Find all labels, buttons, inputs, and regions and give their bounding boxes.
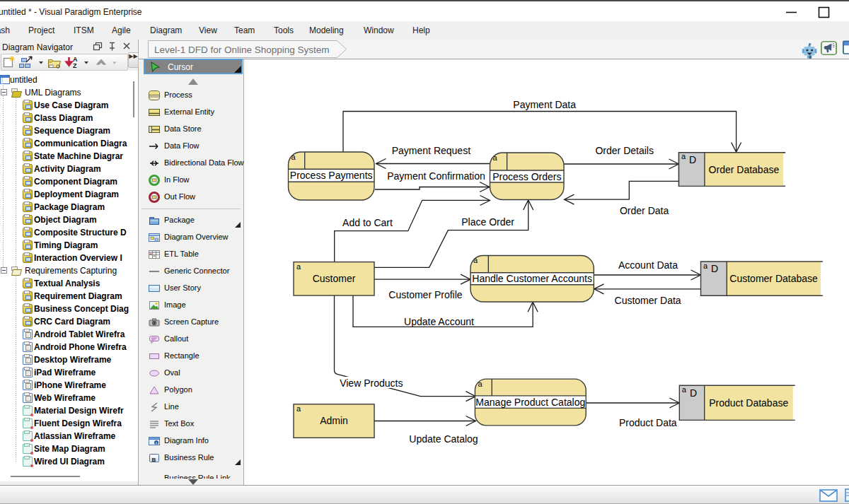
svg-text:Account Data: Account Data	[618, 259, 678, 271]
svg-text:Manage Product Catalog: Manage Product Catalog	[475, 397, 585, 408]
svg-text:a: a	[296, 404, 301, 413]
svg-text:a: a	[291, 153, 296, 161]
svg-text:Order Details: Order Details	[595, 145, 653, 156]
svg-text:Customer Profile: Customer Profile	[388, 289, 462, 300]
svg-text:Customer: Customer	[313, 273, 356, 284]
svg-text:a: a	[493, 153, 498, 162]
svg-text:a: a	[703, 262, 708, 270]
svg-text:Payment Request: Payment Request	[392, 145, 470, 156]
svg-text:D: D	[690, 387, 697, 399]
svg-text:Order Database: Order Database	[709, 164, 780, 175]
svg-text:View Products: View Products	[340, 377, 403, 389]
svg-text:a: a	[473, 256, 478, 264]
svg-text:Payment Data: Payment Data	[513, 99, 576, 110]
svg-text:Process Orders: Process Orders	[492, 171, 561, 182]
svg-text:Process Payments: Process Payments	[290, 170, 373, 181]
svg-text:a: a	[478, 380, 483, 388]
svg-text:Z: Z	[73, 62, 77, 69]
svg-text:Product Database: Product Database	[709, 397, 788, 409]
svg-text:Customer Data: Customer Data	[615, 295, 681, 306]
svg-text:Level-1 DFD for Online Shoppin: Level-1 DFD for Online Shopping System	[154, 45, 330, 55]
svg-text:D: D	[711, 263, 718, 274]
svg-text:Update Account: Update Account	[404, 316, 474, 327]
svg-text:Handle Customer Accounts: Handle Customer Accounts	[472, 273, 592, 284]
svg-text:Place Order: Place Order	[461, 216, 514, 228]
svg-text:a: a	[681, 152, 686, 160]
svg-text:a: a	[682, 385, 687, 394]
svg-text:B: B	[152, 457, 156, 463]
svg-text:D: D	[689, 154, 696, 165]
svg-text:Order Data: Order Data	[620, 205, 669, 216]
svg-text:Admin: Admin	[320, 415, 348, 426]
svg-text:Payment Confirmation: Payment Confirmation	[387, 170, 485, 182]
svg-text:Customer Database: Customer Database	[729, 273, 818, 284]
svg-text:Add to Cart: Add to Cart	[342, 217, 393, 228]
svg-text:a: a	[296, 262, 301, 271]
svg-text:Product Data: Product Data	[619, 417, 677, 428]
svg-text:Update Catalog: Update Catalog	[409, 433, 478, 445]
